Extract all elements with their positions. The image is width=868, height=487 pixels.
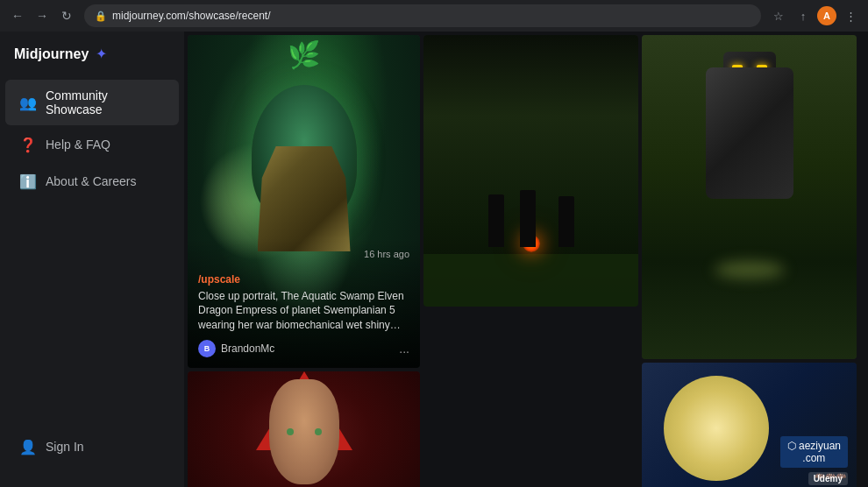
reload-button[interactable]: ↻ [56, 5, 77, 26]
logo-text: Midjourney [14, 46, 89, 62]
aeziyuan-logo: ⬡ aeziyuan .com [780, 436, 848, 468]
robot-glow [715, 261, 785, 279]
app-container: Midjourney ✦ 👥 Community Showcase ❓ Help… [0, 32, 868, 487]
browser-actions: ☆ ↑ A ⋮ [768, 5, 861, 26]
menu-button[interactable]: ⋮ [840, 5, 861, 26]
swamp-image [423, 35, 638, 307]
signin-item[interactable]: 👤 Sign In [5, 429, 179, 464]
figure-3 [559, 196, 574, 247]
lock-icon: 🔒 [95, 11, 107, 22]
robot-image [642, 35, 857, 359]
image-grid: /upscale 16 hrs ago Close up portrait, T… [184, 32, 868, 487]
bookmark-button[interactable]: ☆ [768, 5, 789, 26]
share-button[interactable]: ↑ [793, 5, 814, 26]
card-swamp-witches[interactable] [423, 35, 638, 307]
forward-button[interactable]: → [32, 5, 53, 26]
community-icon: 👥 [19, 94, 37, 111]
logo[interactable]: Midjourney ✦ [0, 46, 184, 80]
moon-circle [664, 376, 769, 481]
sidebar-item-help-label: Help & FAQ [46, 138, 110, 152]
username: BrandonMc [221, 342, 274, 355]
grid-col-2 [423, 35, 638, 487]
profile-avatar[interactable]: A [817, 6, 836, 25]
aeziyuan-line1: ⬡ aeziyuan [787, 440, 841, 452]
robot-body [706, 67, 793, 199]
address-bar[interactable]: 🔒 midjourney.com/showcase/recent/ [84, 4, 761, 27]
about-icon: ℹ️ [19, 173, 37, 190]
back-button[interactable]: ← [7, 5, 28, 26]
aeziyuan-line2: .com [787, 452, 841, 464]
more-button[interactable]: ... [399, 342, 409, 356]
card-overlay: /upscale 16 hrs ago Close up portrait, T… [188, 238, 420, 368]
card-timestamp: 16 hrs ago [364, 249, 409, 259]
figure-2 [520, 190, 536, 247]
url-text: midjourney.com/showcase/recent/ [112, 10, 271, 22]
sidebar-nav: 👥 Community Showcase ❓ Help & FAQ ℹ️ Abo… [0, 80, 184, 420]
aeziyuan-watermark: ⬡ aeziyuan .com [780, 436, 848, 468]
help-icon: ❓ [19, 136, 37, 153]
card-tag: /upscale [198, 273, 409, 286]
girl-face [269, 379, 339, 484]
browser-chrome: ← → ↻ 🔒 midjourney.com/showcase/recent/ … [0, 0, 868, 32]
figure-1 [488, 194, 504, 247]
signin-label: Sign In [46, 440, 84, 454]
girl-image [188, 371, 420, 487]
right-eye [315, 428, 322, 435]
elven-armor [258, 146, 351, 251]
sidebar-item-about[interactable]: ℹ️ About & Careers [5, 164, 179, 199]
card-red-girl[interactable] [188, 371, 420, 487]
sidebar-item-help[interactable]: ❓ Help & FAQ [5, 127, 179, 162]
card-user-inner: B BrandonMc [198, 340, 274, 357]
user-icon: 👤 [19, 438, 37, 455]
girl-eyes [287, 428, 322, 435]
grid-col-3: 🦇🦇🦇 ⬡ aeziyuan .com Udemy [642, 35, 857, 487]
moon-image: 🦇🦇🦇 ⬡ aeziyuan .com Udemy [642, 363, 857, 487]
nav-buttons: ← → ↻ [7, 5, 77, 26]
card-elven-dragon[interactable]: /upscale 16 hrs ago Close up portrait, T… [188, 35, 420, 368]
sidebar-bottom: 👤 Sign In [0, 420, 184, 473]
udemy-watermark: Udemy [808, 472, 848, 485]
main-content[interactable]: /upscale 16 hrs ago Close up portrait, T… [184, 32, 868, 487]
logo-icon: ✦ [96, 46, 107, 62]
card-description: Close up portrait, The Aquatic Swamp Elv… [198, 289, 409, 333]
sidebar-item-community-label: Community Showcase [46, 88, 165, 116]
card-user: B BrandonMc ... [198, 340, 409, 357]
user-avatar: B [198, 340, 216, 357]
grid-col-1: /upscale 16 hrs ago Close up portrait, T… [188, 35, 420, 487]
sidebar-item-about-label: About & Careers [46, 174, 137, 188]
card-robot[interactable] [642, 35, 857, 359]
sidebar-item-community[interactable]: 👥 Community Showcase [5, 80, 179, 125]
card-moon[interactable]: 🦇🦇🦇 ⬡ aeziyuan .com Udemy [642, 363, 857, 487]
sidebar: Midjourney ✦ 👥 Community Showcase ❓ Help… [0, 32, 184, 487]
left-eye [287, 428, 294, 435]
